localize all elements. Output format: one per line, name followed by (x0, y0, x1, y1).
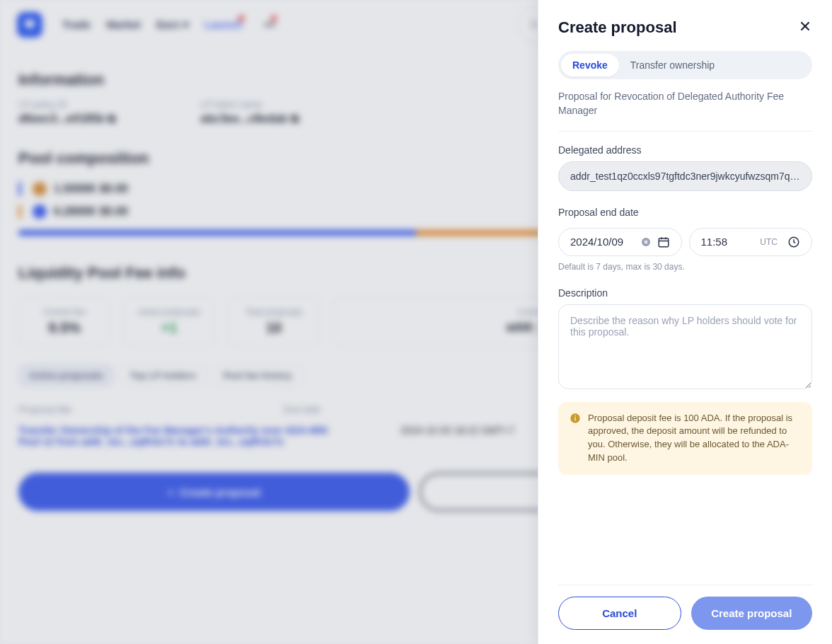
svg-rect-11 (574, 417, 575, 420)
clock-icon[interactable] (787, 236, 800, 248)
description-label: Description (558, 287, 812, 299)
svg-rect-5 (659, 238, 669, 246)
cancel-button[interactable]: Cancel (558, 597, 681, 630)
delegated-address-field: addr_test1qz0ccxls97tgftdc3ner9jwkcyufwz… (558, 161, 812, 191)
deposit-notice: Proposal deposit fee is 100 ADA. If the … (558, 402, 812, 475)
calendar-icon[interactable] (657, 236, 670, 248)
segment-revoke[interactable]: Revoke (561, 54, 619, 76)
end-time-input[interactable]: 11:58 UTC (689, 228, 813, 256)
proposal-subtitle: Proposal for Revocation of Delegated Aut… (558, 89, 812, 118)
segment-transfer[interactable]: Transfer ownership (619, 54, 726, 76)
info-icon (570, 413, 581, 424)
svg-rect-12 (574, 415, 575, 416)
end-time-value: 11:58 (701, 236, 728, 248)
clear-date-icon[interactable] (640, 236, 652, 248)
close-icon (798, 19, 812, 33)
utc-label: UTC (760, 237, 778, 247)
proposal-type-segment: Revoke Transfer ownership (558, 51, 812, 79)
description-textarea[interactable] (558, 304, 812, 389)
end-date-value: 2024/10/09 (570, 236, 623, 248)
panel-title: Create proposal (558, 18, 677, 37)
create-proposal-button[interactable]: Create proposal (691, 597, 813, 630)
footer-divider (558, 585, 812, 585)
delegated-address-label: Delegated address (558, 144, 812, 156)
end-date-input[interactable]: 2024/10/09 (558, 228, 682, 256)
end-date-hint: Default is 7 days, max is 30 days. (558, 262, 812, 272)
close-button[interactable] (798, 19, 812, 36)
deposit-notice-text: Proposal deposit fee is 100 ADA. If the … (588, 412, 801, 465)
divider (558, 131, 812, 132)
end-date-label: Proposal end date (558, 207, 812, 218)
create-proposal-panel: Create proposal Revoke Transfer ownershi… (538, 0, 832, 644)
